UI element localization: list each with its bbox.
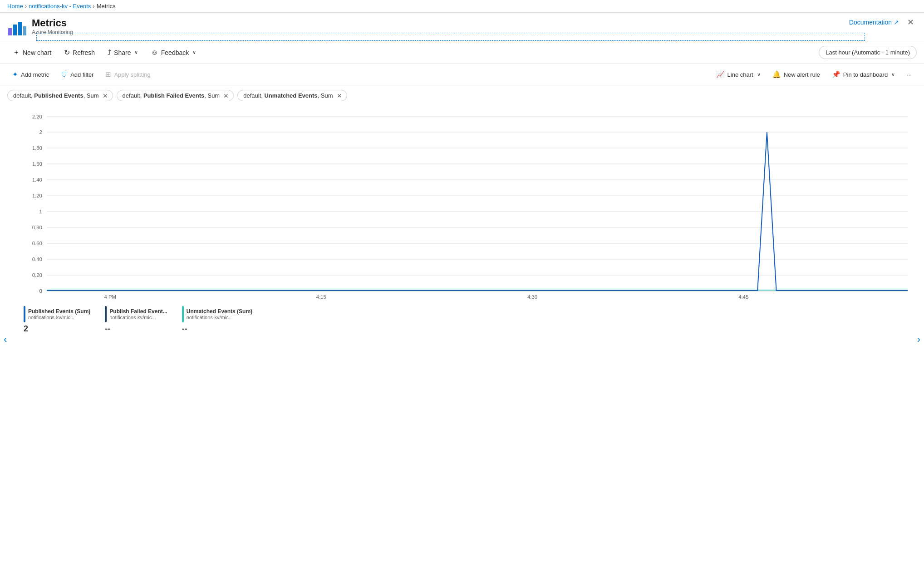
svg-text:4:15: 4:15 xyxy=(316,294,326,300)
split-icon: ⊞ xyxy=(105,70,111,79)
legend-value-unmatched: -- xyxy=(182,324,252,334)
legend-name-published: Published Events (Sum) xyxy=(28,308,90,315)
svg-text:0.20: 0.20 xyxy=(32,272,42,278)
svg-text:4:30: 4:30 xyxy=(527,294,537,300)
legend-sub-unmatched: notifications-kv/mic... xyxy=(187,315,252,320)
metric-tag-label-failed: default, Publish Failed Events, Sum xyxy=(123,92,220,99)
svg-text:2: 2 xyxy=(39,129,42,135)
svg-text:1.40: 1.40 xyxy=(32,177,42,182)
documentation-link[interactable]: Documentation ↗ xyxy=(849,19,899,26)
filter-icon: ⛉ xyxy=(61,71,68,79)
pin-chevron-icon: ∨ xyxy=(891,72,895,78)
metric-tag-published: default, Published Events, Sum ✕ xyxy=(7,90,113,101)
svg-text:4:45: 4:45 xyxy=(738,294,748,300)
legend-color-unmatched xyxy=(182,306,184,322)
svg-text:0: 0 xyxy=(39,288,42,294)
legend-color-failed xyxy=(105,306,107,322)
breadcrumb: Home › notifications-kv - Events › Metri… xyxy=(0,0,924,13)
external-link-icon: ↗ xyxy=(894,19,899,26)
chart-nav-left-button[interactable]: ‹ xyxy=(0,332,10,347)
legend-name-unmatched: Unmatched Events (Sum) xyxy=(187,308,252,315)
svg-text:1.60: 1.60 xyxy=(32,161,42,167)
feedback-chevron-icon: ∨ xyxy=(192,49,196,55)
legend-label-row-unmatched: Unmatched Events (Sum) notifications-kv/… xyxy=(182,306,252,322)
svg-text:4 PM: 4 PM xyxy=(104,294,116,300)
line-chart-chevron-icon: ∨ xyxy=(757,72,761,78)
remove-unmatched-button[interactable]: ✕ xyxy=(336,93,342,99)
refresh-icon: ↻ xyxy=(64,48,70,57)
svg-text:1.80: 1.80 xyxy=(32,145,42,151)
legend-label-row-failed: Publish Failed Event... notifications-kv… xyxy=(105,306,167,322)
new-chart-button[interactable]: ＋ New chart xyxy=(7,45,57,60)
toolbar-right: Last hour (Automatic - 1 minute) xyxy=(819,46,917,59)
new-alert-rule-button[interactable]: 🔔 New alert rule xyxy=(767,68,825,81)
chart-toolbar: ✦ Add metric ⛉ Add filter ⊞ Apply splitt… xyxy=(0,64,924,85)
breadcrumb-sep-1: › xyxy=(25,3,27,10)
metric-tag-label-unmatched: default, Unmatched Events, Sum xyxy=(243,92,333,99)
chart-container: ‹ › 2.20 2 1.80 1.60 1.40 1.20 1 xyxy=(0,106,924,573)
refresh-button[interactable]: ↻ Refresh xyxy=(59,45,100,59)
legend-name-failed: Publish Failed Event... xyxy=(109,308,167,315)
chart-svg-wrap: 2.20 2 1.80 1.60 1.40 1.20 1 0.80 0.60 xyxy=(16,110,908,302)
svg-text:0.60: 0.60 xyxy=(32,241,42,246)
legend-value-failed: -- xyxy=(105,324,167,334)
legend-item-unmatched: Unmatched Events (Sum) notifications-kv/… xyxy=(182,306,252,334)
selection-border xyxy=(36,33,865,41)
breadcrumb-current: Metrics xyxy=(97,3,116,10)
metrics-icon xyxy=(7,18,26,37)
svg-text:0.40: 0.40 xyxy=(32,256,42,262)
add-filter-button[interactable]: ⛉ Add filter xyxy=(56,68,98,81)
svg-rect-3 xyxy=(23,26,26,35)
legend-label-row-published: Published Events (Sum) notifications-kv/… xyxy=(24,306,90,322)
legend-sub-failed: notifications-kv/mic... xyxy=(109,315,167,320)
line-chart-icon: 📈 xyxy=(716,70,725,79)
feedback-button[interactable]: ☺ Feedback ∨ xyxy=(145,46,202,59)
svg-rect-1 xyxy=(13,25,17,35)
svg-text:0.80: 0.80 xyxy=(32,225,42,230)
breadcrumb-resource[interactable]: notifications-kv - Events xyxy=(29,3,91,10)
header-right: Documentation ↗ ✕ xyxy=(849,17,917,27)
legend-item-published: Published Events (Sum) notifications-kv/… xyxy=(24,306,90,334)
metric-tags-container: default, Published Events, Sum ✕ default… xyxy=(0,85,924,106)
legend-sub-published: notifications-kv/mic... xyxy=(28,315,90,320)
metric-tag-label-published: default, Published Events, Sum xyxy=(13,92,99,99)
close-button[interactable]: ✕ xyxy=(904,17,917,27)
more-options-button[interactable]: ··· xyxy=(902,69,917,81)
chart-svg: 2.20 2 1.80 1.60 1.40 1.20 1 0.80 0.60 xyxy=(16,110,908,301)
time-range-button[interactable]: Last hour (Automatic - 1 minute) xyxy=(819,46,917,59)
remove-failed-button[interactable]: ✕ xyxy=(222,93,229,99)
legend-color-published xyxy=(24,306,25,322)
page-subtitle: Azure Monitoring xyxy=(32,29,73,35)
svg-text:1: 1 xyxy=(39,209,42,214)
svg-text:1.20: 1.20 xyxy=(32,193,42,198)
svg-rect-2 xyxy=(18,22,22,35)
svg-text:2.20: 2.20 xyxy=(32,114,42,119)
add-metric-button[interactable]: ✦ Add metric xyxy=(7,68,54,81)
chart-legend: Published Events (Sum) notifications-kv/… xyxy=(7,302,917,338)
pin-icon: 📌 xyxy=(832,70,840,79)
chart-toolbar-right: 📈 Line chart ∨ 🔔 New alert rule 📌 Pin to… xyxy=(711,68,917,81)
remove-published-button[interactable]: ✕ xyxy=(102,93,108,99)
toolbar: ＋ New chart ↻ Refresh ⤴ Share ∨ ☺ Feedba… xyxy=(0,41,924,64)
svg-rect-0 xyxy=(8,28,12,35)
breadcrumb-sep-2: › xyxy=(93,3,94,10)
apply-splitting-button[interactable]: ⊞ Apply splitting xyxy=(100,68,155,81)
feedback-icon: ☺ xyxy=(151,49,158,57)
breadcrumb-home[interactable]: Home xyxy=(7,3,23,10)
metric-tag-unmatched: default, Unmatched Events, Sum ✕ xyxy=(237,90,347,101)
legend-item-failed: Publish Failed Event... notifications-kv… xyxy=(105,306,167,334)
chart-nav-right-button[interactable]: › xyxy=(914,332,924,347)
share-chevron-icon: ∨ xyxy=(134,49,138,55)
share-icon: ⤴ xyxy=(108,49,111,57)
add-metric-icon: ✦ xyxy=(12,70,18,79)
metric-tag-failed: default, Publish Failed Events, Sum ✕ xyxy=(117,90,234,101)
pin-to-dashboard-button[interactable]: 📌 Pin to dashboard ∨ xyxy=(827,68,900,81)
line-chart-button[interactable]: 📈 Line chart ∨ xyxy=(711,68,766,81)
panel-header: Metrics Azure Monitoring Documentation ↗… xyxy=(0,13,924,41)
legend-value-published: 2 xyxy=(24,324,90,334)
plus-icon: ＋ xyxy=(13,48,20,57)
share-button[interactable]: ⤴ Share ∨ xyxy=(102,46,143,59)
title-area: Metrics Azure Monitoring xyxy=(32,17,73,35)
page-title: Metrics xyxy=(32,17,73,29)
alert-icon: 🔔 xyxy=(772,70,781,79)
